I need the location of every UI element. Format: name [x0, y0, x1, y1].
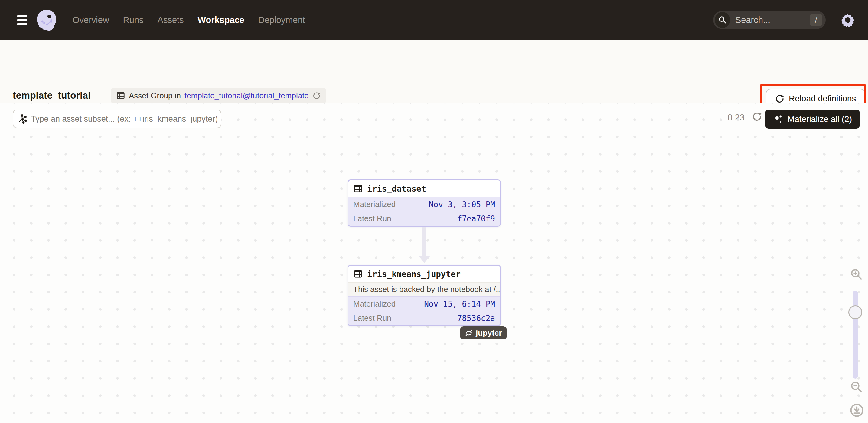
- compute-kind-tag-label: jupyter: [476, 328, 502, 338]
- run-id-link[interactable]: f7ea70f9: [457, 214, 495, 223]
- search-shortcut-badge: /: [810, 13, 822, 26]
- zoom-out-icon[interactable]: [850, 380, 863, 394]
- nav-item-overview[interactable]: Overview: [72, 15, 109, 25]
- lineage-edge: [422, 226, 426, 256]
- asset-node-iris-kmeans-jupyter[interactable]: iris_kmeans_jupyter This asset is backed…: [347, 265, 501, 326]
- zoom-in-icon[interactable]: [850, 268, 863, 281]
- zoom-slider-handle[interactable]: [848, 305, 862, 319]
- nav-item-deployment[interactable]: Deployment: [258, 15, 305, 25]
- materialized-timestamp-link[interactable]: Nov 3, 3:05 PM: [429, 200, 495, 209]
- reload-definitions-label: Reload definitions: [789, 94, 856, 103]
- refresh-countdown: 0:23: [728, 113, 745, 123]
- nav-item-workspace[interactable]: Workspace: [198, 15, 244, 25]
- latest-run-row: Latest Run 78536c2a: [348, 311, 500, 325]
- asset-node-body: Materialized Nov 15, 6:14 PM Latest Run …: [348, 296, 500, 325]
- sparkles-icon: [773, 114, 783, 124]
- materialized-row: Materialized Nov 15, 6:14 PM: [348, 297, 500, 311]
- canvas-controls: [847, 103, 866, 423]
- search-icon: [715, 12, 731, 28]
- asset-node-header: iris_kmeans_jupyter: [348, 266, 500, 282]
- dagster-logo-icon[interactable]: [35, 8, 58, 31]
- zoom-slider-track[interactable]: [852, 291, 858, 379]
- materialized-row: Materialized Nov 3, 3:05 PM: [348, 197, 500, 212]
- nav-item-runs[interactable]: Runs: [123, 15, 144, 25]
- asset-group-prefix: Asset Group in: [129, 91, 181, 100]
- hamburger-menu-icon[interactable]: [17, 16, 27, 25]
- refresh-graph-icon[interactable]: [752, 111, 762, 122]
- row-label: Latest Run: [353, 214, 391, 223]
- global-search-input[interactable]: Search... /: [713, 11, 826, 29]
- table-icon: [116, 91, 125, 100]
- lineage-canvas[interactable]: 0:23 Materialize all (2) iris_dataset Ma…: [0, 103, 868, 423]
- page-header: template_tutorial Asset Group in templat…: [0, 40, 868, 103]
- nav-item-assets[interactable]: Assets: [158, 15, 184, 25]
- navbar-right: Search... /: [713, 11, 855, 29]
- top-navbar: Overview Runs Assets Workspace Deploymen…: [0, 0, 868, 40]
- primary-nav: Overview Runs Assets Workspace Deploymen…: [72, 15, 305, 25]
- lineage-edge-arrowhead: [418, 256, 430, 263]
- asset-node-header: iris_dataset: [348, 180, 500, 197]
- jupyter-icon: [465, 329, 473, 337]
- row-label: Materialized: [353, 299, 396, 309]
- asset-node-body: Materialized Nov 3, 3:05 PM Latest Run f…: [348, 197, 500, 226]
- table-icon: [353, 184, 363, 193]
- asset-subset-input[interactable]: [31, 114, 217, 124]
- row-label: Materialized: [353, 200, 396, 209]
- row-label: Latest Run: [353, 313, 391, 323]
- asset-node-iris-dataset[interactable]: iris_dataset Materialized Nov 3, 3:05 PM…: [347, 179, 501, 226]
- reload-icon: [775, 94, 784, 103]
- materialized-timestamp-link[interactable]: Nov 15, 6:14 PM: [424, 300, 495, 309]
- asset-group-link[interactable]: template_tutorial@tutorial_template: [185, 91, 309, 100]
- asset-name: iris_dataset: [367, 184, 426, 193]
- gear-icon[interactable]: [841, 13, 855, 27]
- run-id-link[interactable]: 78536c2a: [457, 314, 495, 323]
- asset-name: iris_kmeans_jupyter: [367, 269, 461, 279]
- table-icon: [353, 269, 363, 279]
- compute-kind-tag-jupyter[interactable]: jupyter: [460, 327, 507, 339]
- asset-subset-filter[interactable]: [13, 110, 221, 128]
- download-image-icon[interactable]: [850, 403, 864, 417]
- search-placeholder: Search...: [735, 15, 770, 25]
- page-title: template_tutorial: [13, 90, 91, 101]
- materialize-all-label: Materialize all (2): [787, 114, 852, 124]
- refresh-icon[interactable]: [312, 91, 321, 100]
- materialize-all-button[interactable]: Materialize all (2): [765, 110, 860, 129]
- latest-run-row: Latest Run f7ea70f9: [348, 212, 500, 226]
- asset-graph-icon: [18, 114, 27, 124]
- asset-description: This asset is backed by the notebook at …: [348, 282, 500, 296]
- asset-group-tag: Asset Group in template_tutorial@tutoria…: [111, 88, 326, 103]
